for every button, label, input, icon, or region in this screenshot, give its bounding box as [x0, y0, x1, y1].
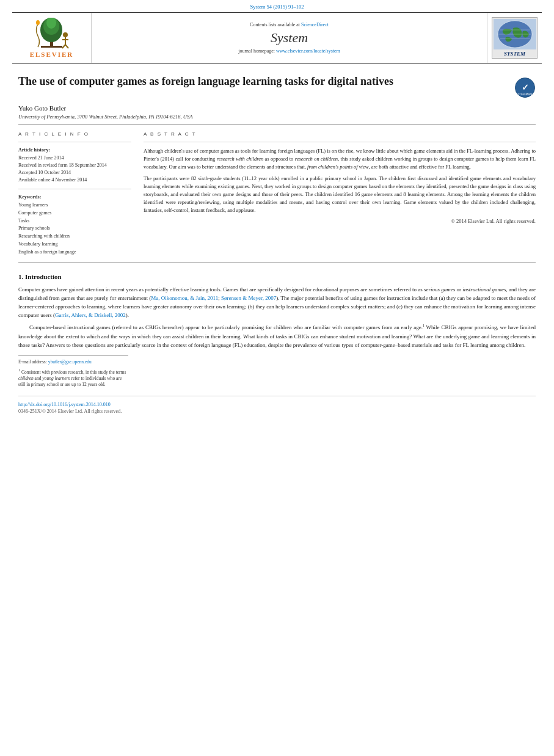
- svg-line-9: [65, 45, 68, 48]
- ref-garris-link[interactable]: Garris, Ahlers, & Driskell, 2002: [55, 312, 126, 318]
- received-revised-date: Received in revised form 18 September 20…: [18, 162, 131, 169]
- main-content: The use of computer games as foreign lan…: [0, 64, 554, 414]
- keywords-divider: [18, 189, 131, 189]
- keyword-4: Primary schools: [18, 225, 131, 233]
- abstract-paragraph-2: The participants were 82 sixth-grade stu…: [144, 175, 536, 215]
- available-date: Available online 4 November 2014: [18, 176, 131, 184]
- homepage-line: journal homepage: www.elsevier.com/locat…: [238, 48, 340, 54]
- info-divider: [18, 142, 131, 142]
- svg-text:✓: ✓: [522, 82, 529, 92]
- elsevier-tree-icon: [29, 18, 75, 49]
- intro-top-divider: [18, 263, 536, 263]
- article-title-section: The use of computer games as foreign lan…: [18, 64, 536, 104]
- contents-line: Contents lists available at ScienceDirec…: [250, 22, 329, 27]
- keyword-3: Tasks: [18, 217, 131, 225]
- keyword-7: English as a foreign language: [18, 249, 131, 256]
- page-wrapper: System 54 (2015) 91–102: [0, 0, 554, 756]
- abstract-paragraph-1: Although children's use of computer game…: [144, 147, 536, 172]
- journal-citation: System 54 (2015) 91–102: [0, 0, 554, 12]
- article-info-abstract: A R T I C L E I N F O Article history: R…: [18, 131, 536, 256]
- intro-heading: Introduction: [25, 273, 62, 280]
- footnote-1: 1 Consistent with previous research, in …: [18, 368, 128, 388]
- svg-text:CrossMark: CrossMark: [517, 92, 533, 96]
- sciencedirect-link[interactable]: ScienceDirect: [301, 22, 329, 27]
- article-info-heading: A R T I C L E I N F O: [18, 131, 131, 137]
- email-label: E-mail address:: [18, 359, 47, 365]
- history-label: Article history:: [18, 147, 131, 153]
- svg-line-8: [62, 45, 65, 48]
- system-logo-box: SYSTEM: [492, 17, 538, 59]
- crossmark-icon: ✓ CrossMark: [514, 77, 536, 98]
- journal-title: System: [271, 30, 308, 46]
- abstract-text: Although children's use of computer game…: [144, 147, 536, 226]
- abstract-heading: A B S T R A C T: [144, 131, 536, 137]
- elsevier-brand-text: ELSEVIER: [30, 51, 74, 58]
- ref-sorensen-link[interactable]: Sørensen & Meyer, 2007: [221, 295, 276, 301]
- keywords-label: Keywords:: [18, 194, 131, 200]
- elsevier-logo: ELSEVIER: [12, 13, 92, 63]
- footnote-section: E-mail address: ybutler@gse.upenn.edu 1 …: [18, 355, 128, 388]
- doi-section: http://dx.doi.org/10.1016/j.system.2014.…: [18, 396, 536, 414]
- intro-paragraph-1: Computer games have gained attention in …: [18, 285, 536, 320]
- journal-logo-right: SYSTEM: [487, 13, 542, 63]
- doi-link[interactable]: http://dx.doi.org/10.1016/j.system.2014.…: [18, 402, 111, 407]
- svg-point-10: [36, 20, 40, 25]
- received-date: Received 21 June 2014: [18, 154, 131, 162]
- introduction-section: 1. Introduction Computer games have gain…: [18, 273, 536, 350]
- rights-text: 0346-251X/© 2014 Elsevier Ltd. All right…: [18, 409, 536, 414]
- journal-header: ELSEVIER Contents lists available at Sci…: [12, 12, 542, 64]
- email-link[interactable]: ybutler@gse.upenn.edu: [48, 359, 92, 365]
- journal-center: Contents lists available at ScienceDirec…: [92, 13, 487, 63]
- author-affiliation: University of Pennsylvania, 3700 Walnut …: [18, 114, 536, 120]
- abstract-divider: [144, 142, 536, 142]
- abstract-col: A B S T R A C T Although children's use …: [144, 131, 536, 256]
- copyright-text: © 2014 Elsevier Ltd. All rights reserved…: [144, 217, 536, 225]
- homepage-prefix: journal homepage:: [238, 48, 276, 54]
- contents-prefix: Contents lists available at: [250, 22, 301, 27]
- intro-number: 1.: [18, 273, 23, 280]
- intro-body: Computer games have gained attention in …: [18, 285, 536, 350]
- article-info-col: A R T I C L E I N F O Article history: R…: [18, 131, 131, 256]
- accepted-date: Accepted 10 October 2014: [18, 169, 131, 176]
- svg-rect-1: [41, 46, 62, 48]
- keyword-1: Young learners: [18, 202, 131, 209]
- intro-title: 1. Introduction: [18, 273, 536, 280]
- article-title: The use of computer games as foreign lan…: [18, 75, 508, 89]
- svg-point-5: [63, 32, 68, 37]
- intro-paragraph-2: Computer-based instructional games (refe…: [18, 323, 536, 349]
- author-name: Yuko Goto Butler: [18, 104, 536, 112]
- ref-ma-link[interactable]: Ma, Oikonomou, & Jain, 2011: [151, 295, 218, 301]
- citation-text: System 54 (2015) 91–102: [250, 4, 304, 10]
- system-logo-text: SYSTEM: [504, 51, 525, 57]
- keyword-2: Computer games: [18, 209, 131, 217]
- homepage-link[interactable]: www.elsevier.com/locate/system: [276, 48, 340, 54]
- keyword-5: Researching with children: [18, 233, 131, 241]
- keyword-6: Vocabulary learning: [18, 241, 131, 249]
- section-divider: [18, 125, 536, 125]
- email-footnote: E-mail address: ybutler@gse.upenn.edu: [18, 359, 128, 366]
- system-logo-svg: [494, 19, 536, 49]
- system-logo-image: [494, 19, 536, 49]
